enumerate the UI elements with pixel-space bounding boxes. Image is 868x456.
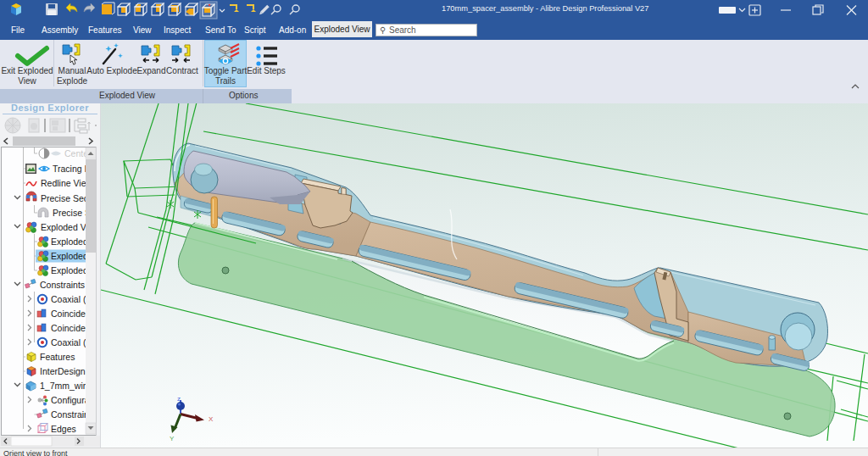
svg-text:X: X	[209, 415, 214, 423]
svg-text:Exploded: Exploded	[51, 251, 88, 261]
svg-text:Coaxial (2: Coaxial (2	[51, 337, 91, 348]
svg-text:Coaxial (5: Coaxial (5	[51, 294, 91, 304]
svg-text:Cente: Cente	[64, 148, 88, 158]
svg-text:Exploded: Exploded	[51, 265, 88, 275]
svg-text:Redline View: Redline View	[41, 178, 93, 188]
svg-text:Edges: Edges	[51, 424, 76, 434]
svg-text:Features: Features	[40, 352, 75, 362]
svg-text:Y: Y	[170, 435, 175, 442]
svg-text:Precise Secti: Precise Secti	[41, 193, 92, 203]
svg-text:Constraint: Constraint	[51, 409, 92, 420]
svg-text:Precise S: Precise S	[53, 208, 91, 218]
svg-text:Exploded: Exploded	[51, 236, 88, 247]
svg-text:1_7mm_wire: 1_7mm_wire	[40, 381, 91, 391]
svg-text:Constraints: Constraints	[40, 280, 85, 290]
svg-text:Design Explorer: Design Explorer	[11, 103, 89, 113]
svg-text:z: z	[177, 395, 181, 403]
svg-text:Exploded Vie: Exploded Vie	[41, 222, 93, 232]
